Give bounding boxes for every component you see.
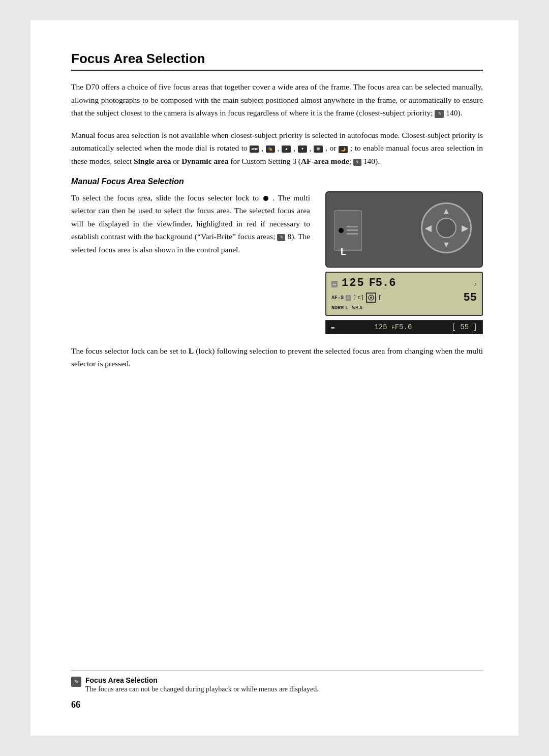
ref-icon-3: ✎ xyxy=(277,234,285,241)
multi-selector: ▲ ▼ ◀ ▶ xyxy=(421,202,472,253)
lcd-bracket: [ xyxy=(353,295,356,301)
lcd-focus-box xyxy=(366,293,376,303)
mode-icon-portrait: 🎭 xyxy=(266,146,275,153)
selector-outer: ▲ ▼ ◀ ▶ xyxy=(421,202,472,253)
lcd-wb-value: A xyxy=(359,305,362,311)
subheading: Manual Focus Area Selection xyxy=(71,177,483,186)
camera-back-diagram: L ▲ ▼ ◀ ▶ xyxy=(325,191,483,268)
note-content: Focus Area Selection The focus area can … xyxy=(85,676,319,693)
paragraph-1: The D70 offers a choice of five focus ar… xyxy=(71,80,483,120)
focus-line-2 xyxy=(347,229,358,231)
camera-images: L ▲ ▼ ◀ ▶ ▬ 125 F5.6 xyxy=(325,191,483,334)
ref-icon-2: ✎ xyxy=(353,159,361,166)
focus-selector-area xyxy=(334,210,362,251)
manual-focus-text: To select the focus area, slide the focu… xyxy=(71,191,310,334)
arrow-up-icon: ▲ xyxy=(442,207,450,216)
arrow-left-icon: ◀ xyxy=(425,223,431,232)
vf-left-icon: ▬ xyxy=(331,324,334,331)
mode-icon-auto: AUTO xyxy=(250,146,259,153)
focus-line-1 xyxy=(347,226,358,227)
lcd-shutter: 125 xyxy=(342,277,365,289)
vf-shots: [ 55 ] xyxy=(452,323,477,331)
lcd-note: ♪ xyxy=(474,282,477,287)
page-footer: ✎ Focus Area Selection The focus area ca… xyxy=(71,671,483,710)
paragraph-3: The focus selector lock can be set to L … xyxy=(71,344,483,370)
page-content: Focus Area Selection The D70 offers a ch… xyxy=(30,20,518,736)
mode-icon-sports: ✦ xyxy=(298,146,307,153)
bullet-dot xyxy=(263,196,268,201)
l-label: L xyxy=(341,247,346,257)
viewfinder-strip: ▬ 125 FF5.6 [ 55 ] xyxy=(325,320,483,334)
mode-icon-grid: ⊞ xyxy=(314,146,323,153)
content-section: To select the focus area, slide the focu… xyxy=(71,191,483,334)
lcd-row3: NORM L WB A xyxy=(331,305,477,311)
svg-point-5 xyxy=(370,297,372,299)
note-icon: ✎ xyxy=(71,677,81,687)
ref-icon-1: ✎ xyxy=(435,110,444,118)
lcd-wb-label: WB xyxy=(352,305,358,311)
focus-lines xyxy=(347,226,358,235)
lcd-bracket2: [ xyxy=(378,295,381,301)
lcd-shots: 55 xyxy=(464,292,477,304)
note-text: The focus area can not be changed during… xyxy=(85,685,319,693)
focus-dot xyxy=(339,228,344,233)
vf-shutter: 125 FF5.6 xyxy=(374,323,412,331)
lcd-row1: ▬ 125 F5.6 ♪ xyxy=(331,277,477,289)
lcd-s-badge: S xyxy=(346,295,351,301)
arrow-down-icon: ▼ xyxy=(442,240,450,249)
selector-inner xyxy=(436,218,456,238)
focus-line-3 xyxy=(347,233,358,235)
page-heading: Focus Area Selection xyxy=(71,51,483,71)
mode-icons: AUTO , 🎭 , ▲ , ✦ , ⊞ xyxy=(250,143,323,155)
lcd-l: L xyxy=(345,305,348,311)
lcd-af-mode: AF-S xyxy=(331,295,344,301)
arrow-right-icon: ▶ xyxy=(462,223,468,232)
mode-icon-landscape: ▲ xyxy=(282,146,291,153)
mode-icon-night: 🌙 xyxy=(339,146,348,153)
paragraph-2: Manual focus area selection is not avail… xyxy=(71,129,483,168)
lcd-aperture: F5.6 xyxy=(369,277,396,289)
page-number: 66 xyxy=(71,700,483,710)
lcd-focus-indicator: c] xyxy=(358,295,364,301)
lcd-norm: NORM xyxy=(331,305,344,311)
lcd-row2: AF-S S [ c] [ 55 xyxy=(331,292,477,304)
lcd-tape-icon: ▬ xyxy=(331,281,338,287)
note-title: Focus Area Selection xyxy=(85,676,319,684)
note-box: ✎ Focus Area Selection The focus area ca… xyxy=(71,671,483,693)
control-panel-lcd: ▬ 125 F5.6 ♪ AF-S S [ c] xyxy=(325,272,483,316)
